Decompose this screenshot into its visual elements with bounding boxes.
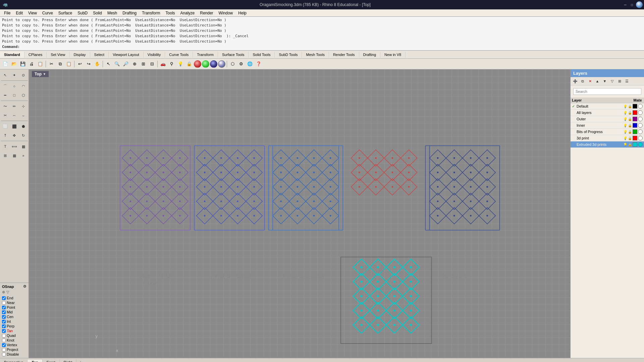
layer-3dprint-color[interactable]: [633, 136, 637, 140]
lt-dim[interactable]: ⟺: [10, 142, 19, 151]
toolbar-zoom[interactable]: 🔎: [122, 60, 130, 68]
vp-tab-perspective[interactable]: Perspective: [0, 360, 28, 362]
layer-extruded-lock[interactable]: 🔒: [628, 143, 632, 146]
toolbar-new[interactable]: 📄: [1, 60, 9, 68]
minimize-button[interactable]: ─: [623, 2, 628, 7]
menu-window[interactable]: Window: [216, 10, 236, 16]
layer-copy-btn[interactable]: ⧉: [579, 78, 586, 84]
layer-bits-lock[interactable]: 🔒: [628, 130, 632, 134]
lt-fillet[interactable]: ⌣: [19, 111, 28, 120]
menu-render[interactable]: Render: [197, 10, 216, 16]
vp-tab-front[interactable]: Front: [43, 360, 60, 362]
toolbar-copy[interactable]: ⧉: [56, 60, 64, 68]
toolbar-select[interactable]: ↖: [104, 60, 112, 68]
osnap-point-check[interactable]: [2, 306, 6, 309]
menu-surface[interactable]: Surface: [56, 10, 75, 16]
osnap-disable[interactable]: Disable: [2, 352, 26, 357]
toolbar-redo[interactable]: ↪: [85, 60, 93, 68]
lt-polygon[interactable]: ⬡: [19, 91, 28, 100]
tab-viewport-layout[interactable]: Viewport Layout: [109, 52, 144, 58]
menu-help[interactable]: Help: [235, 10, 249, 16]
snap-plus-icon[interactable]: ⊕: [2, 290, 5, 294]
layer-inner-light[interactable]: 💡: [623, 124, 627, 127]
osnap-quad[interactable]: Quad: [2, 333, 26, 338]
toolbar-col1[interactable]: [194, 60, 201, 68]
menu-drafting[interactable]: Drafting: [120, 10, 139, 16]
toolbar-zoom-ext[interactable]: ⊕: [130, 60, 139, 68]
layer-row-3dprint[interactable]: 3d print 💡 🔒: [571, 135, 644, 141]
osnap-project[interactable]: Project: [2, 347, 26, 352]
osnap-vertex-check[interactable]: [2, 343, 6, 347]
layer-up-btn[interactable]: ▲: [594, 78, 601, 84]
osnap-gear-icon[interactable]: ⚙: [23, 284, 26, 289]
menu-analyze[interactable]: Analyze: [178, 10, 198, 16]
lt-hatch[interactable]: ▩: [19, 142, 28, 151]
lt-curve[interactable]: ⌒: [1, 82, 10, 90]
toolbar-car[interactable]: 🚗: [159, 60, 167, 68]
lt-solid[interactable]: ⬛: [10, 122, 19, 131]
lt-point[interactable]: ✦: [10, 71, 19, 79]
toolbar-settings[interactable]: ⚙: [237, 60, 245, 68]
osnap-tan[interactable]: Tan: [2, 328, 26, 333]
tab-surface-tools[interactable]: Surface Tools: [218, 52, 249, 58]
toolbar-print[interactable]: 🖨: [28, 60, 36, 68]
osnap-end[interactable]: End: [2, 296, 26, 300]
toolbar-paste[interactable]: 📋: [65, 60, 73, 68]
layer-extruded-light[interactable]: 💡: [623, 143, 627, 146]
layer-outer-color[interactable]: [633, 117, 637, 121]
menu-tools[interactable]: Tools: [163, 10, 178, 16]
toolbar-zoom-sel[interactable]: ⊞: [139, 60, 147, 68]
lt-block[interactable]: ▦: [10, 151, 19, 160]
osnap-int-check[interactable]: [2, 320, 6, 323]
vp-tab-add[interactable]: +: [76, 359, 85, 362]
layer-default-color[interactable]: [633, 104, 637, 109]
menu-edit[interactable]: Edit: [13, 10, 25, 16]
lt-arc[interactable]: ◠: [19, 82, 28, 90]
toolbar-cut[interactable]: ✂: [47, 60, 55, 68]
toolbar-snap[interactable]: ⚲: [168, 60, 176, 68]
menu-view[interactable]: View: [25, 10, 40, 16]
viewport-label-button[interactable]: Top ▼: [32, 71, 49, 77]
layer-bits-mat[interactable]: [638, 129, 643, 134]
lt-freeform[interactable]: 〜: [1, 102, 10, 111]
layer-row-bits[interactable]: Bits of Progress 💡 🔒: [571, 129, 644, 135]
toolbar-save[interactable]: 💾: [19, 60, 27, 68]
layer-bits-light[interactable]: 💡: [623, 130, 627, 134]
tab-curve-tools[interactable]: Curve Tools: [165, 52, 193, 58]
osnap-disable-check[interactable]: [2, 353, 6, 356]
lt-circle[interactable]: ○: [10, 82, 19, 90]
osnap-perp-check[interactable]: [2, 324, 6, 328]
lt-edit[interactable]: ✏: [10, 102, 19, 111]
lt-lasso[interactable]: ⊙: [19, 71, 28, 79]
vp-tab-top[interactable]: Top: [28, 360, 42, 362]
osnap-end-check[interactable]: [2, 296, 6, 300]
layers-search-input[interactable]: [573, 88, 641, 95]
lt-select[interactable]: ↖: [1, 71, 10, 79]
layer-down-btn[interactable]: ▼: [601, 78, 608, 84]
toolbar-zoom-win[interactable]: 🔍: [113, 60, 121, 68]
toolbar-globe[interactable]: 🌐: [246, 60, 254, 68]
osnap-near-check[interactable]: [2, 301, 6, 305]
layer-outer-lock[interactable]: 🔒: [628, 117, 632, 121]
menu-subd[interactable]: SubD: [75, 10, 90, 16]
layer-add-btn[interactable]: ➕: [572, 78, 579, 84]
lt-rect[interactable]: □: [10, 91, 19, 100]
vp-tab-right[interactable]: Right: [60, 360, 77, 362]
layer-extruded-mat[interactable]: [638, 142, 643, 147]
layer-3dprint-mat[interactable]: [638, 136, 643, 140]
layer-default-lock[interactable]: 🔒: [628, 105, 632, 108]
osnap-mid[interactable]: Mid: [2, 310, 26, 314]
lt-rotate[interactable]: ↻: [19, 131, 28, 140]
osnap-point[interactable]: Point: [2, 305, 26, 310]
menu-transform[interactable]: Transform: [139, 10, 163, 16]
menu-solid[interactable]: Solid: [90, 10, 105, 16]
osnap-perp[interactable]: Perp: [2, 324, 26, 328]
osnap-near[interactable]: Near: [2, 300, 26, 305]
tab-new-v8[interactable]: New in V8: [380, 52, 406, 58]
osnap-mid-check[interactable]: [2, 310, 6, 314]
layer-filter-btn[interactable]: ▽: [609, 78, 615, 84]
osnap-vertex[interactable]: Vertex: [2, 343, 26, 347]
osnap-knot[interactable]: Knot: [2, 338, 26, 343]
layer-row-extruded[interactable]: Extruded 3d prints 💡 🔒: [571, 141, 644, 148]
layer-menu-btn[interactable]: ☰: [624, 78, 630, 84]
